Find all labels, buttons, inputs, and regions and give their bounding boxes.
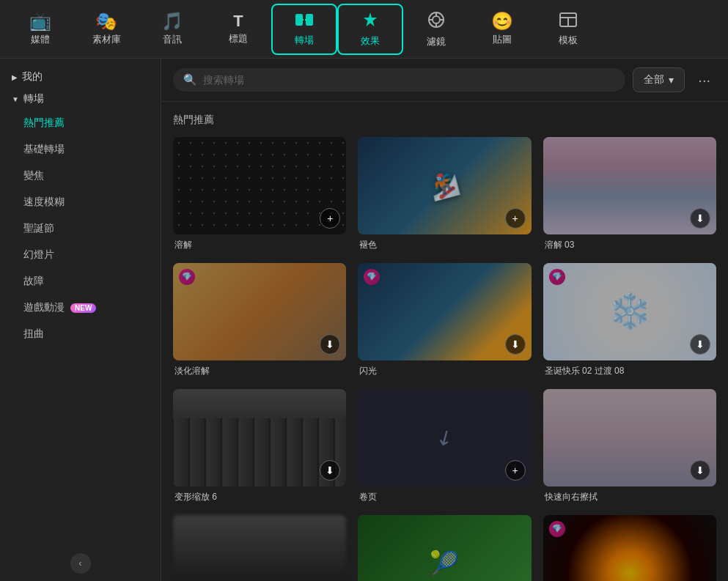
- sidebar-item-christmas[interactable]: 聖誕節: [0, 215, 161, 242]
- sidebar-item-zoom-label: 變焦: [23, 169, 44, 181]
- sidebar-item-game-label: 遊戲動漫: [23, 301, 65, 314]
- list-item[interactable]: ⬇ 变形缩放 6: [173, 389, 346, 503]
- nav-transition[interactable]: 轉場: [271, 4, 337, 55]
- thumb-overlay: ⬇: [173, 263, 346, 360]
- svg-rect-0: [295, 14, 303, 26]
- thumbnail-flash[interactable]: 💎 ⬇: [358, 263, 531, 360]
- sidebar: ▶ 我的 ▼ 轉場 熱門推薦 基礎轉場 變焦 速度模糊 聖誕節 幻燈片 故障: [0, 59, 161, 581]
- list-item[interactable]: ⬇: [173, 515, 346, 581]
- thumb-overlay: ⬇: [358, 515, 531, 581]
- thumbnail-tennis[interactable]: 🎾 ⬇: [358, 515, 531, 581]
- thumbnail-xmas[interactable]: 💎 ❄️ ⬇: [543, 263, 716, 360]
- nav-media-label: 媒體: [31, 33, 50, 46]
- list-item[interactable]: + 溶解: [173, 137, 346, 251]
- thumb-overlay: ⬇: [543, 263, 716, 360]
- list-item[interactable]: ↙ + 卷页: [358, 389, 531, 503]
- nav-audio[interactable]: 🎵 音訊: [139, 4, 205, 55]
- grid-area: 熱門推薦 + 溶解 🏂 +: [161, 102, 728, 581]
- search-icon: 🔍: [183, 73, 197, 86]
- download-button[interactable]: ⬇: [320, 334, 340, 355]
- search-input[interactable]: [203, 74, 615, 86]
- nav-title[interactable]: T 標題: [205, 4, 271, 55]
- sidebar-transition-arrow: ▼: [12, 95, 19, 103]
- thumbnail-blur-city[interactable]: ⬇: [173, 515, 346, 581]
- sidebar-item-glitch[interactable]: 故障: [0, 268, 161, 295]
- thumb-overlay: ⬇: [173, 389, 346, 486]
- sidebar-item-basic[interactable]: 基礎轉場: [0, 136, 161, 163]
- collapse-arrow-icon: ‹: [79, 558, 82, 569]
- sidebar-transition-row[interactable]: ▼ 轉場: [0, 88, 161, 110]
- sidebar-my-label: 我的: [22, 70, 43, 84]
- sidebar-my-arrow: ▶: [12, 73, 18, 81]
- effect-icon: [361, 11, 379, 32]
- item-label: 溶解 03: [543, 239, 716, 251]
- filter-icon: [427, 10, 446, 32]
- nav-stock[interactable]: 🎭 素材庫: [73, 4, 139, 55]
- content-area: 🔍 全部 ▾ ··· 熱門推薦 +: [161, 59, 728, 581]
- list-item[interactable]: 💎 ❄️ ⬇ 圣诞快乐 02 过渡 08: [543, 263, 716, 377]
- nav-stock-label: 素材庫: [92, 33, 121, 46]
- more-button[interactable]: ···: [692, 69, 716, 92]
- sidebar-item-game[interactable]: 遊戲動漫 NEW: [0, 295, 161, 321]
- stock-icon: 🎭: [95, 12, 117, 30]
- thumbnail-dissolve03[interactable]: ⬇: [543, 137, 716, 234]
- download-button[interactable]: ⬇: [320, 460, 340, 481]
- item-label: 褪色: [358, 239, 531, 251]
- more-icon: ···: [698, 72, 710, 88]
- download-button[interactable]: ⬇: [690, 208, 710, 229]
- nav-template[interactable]: 模板: [535, 4, 601, 55]
- filter-label: 全部: [644, 73, 664, 86]
- thumbnail-page[interactable]: ↙ +: [358, 389, 531, 486]
- nav-sticker[interactable]: 😊 貼圖: [469, 4, 535, 55]
- template-icon: [559, 12, 578, 31]
- sidebar-my-row[interactable]: ▶ 我的: [0, 66, 161, 88]
- sidebar-transition-label: 轉場: [23, 92, 44, 106]
- sidebar-item-distort[interactable]: 扭曲: [0, 321, 161, 347]
- download-button[interactable]: ⬇: [690, 334, 710, 355]
- thumb-overlay: +: [358, 137, 531, 234]
- list-item[interactable]: 🎾 ⬇: [358, 515, 531, 581]
- sidebar-item-popular-label: 熱門推薦: [23, 116, 65, 128]
- main-layout: ▶ 我的 ▼ 轉場 熱門推薦 基礎轉場 變焦 速度模糊 聖誕節 幻燈片 故障: [0, 59, 728, 581]
- add-button[interactable]: +: [505, 460, 526, 481]
- list-item[interactable]: 💎 ⬇ 闪光: [358, 263, 531, 377]
- sidebar-item-blur-label: 速度模糊: [23, 196, 65, 207]
- search-bar: 🔍 全部 ▾ ···: [161, 59, 728, 102]
- sidebar-item-slideshow-label: 幻燈片: [23, 248, 54, 260]
- nav-media[interactable]: 📺 媒體: [7, 4, 73, 55]
- thumbnail-zoom[interactable]: ⬇: [173, 389, 346, 486]
- sidebar-item-basic-label: 基礎轉場: [23, 143, 65, 155]
- title-icon: T: [233, 13, 243, 29]
- nav-filter[interactable]: 濾鏡: [403, 4, 469, 55]
- nav-filter-label: 濾鏡: [427, 35, 446, 48]
- thumbnail-sparkle[interactable]: 💎 ⬇: [543, 515, 716, 581]
- list-item[interactable]: 💎 ⬇: [543, 515, 716, 581]
- add-button[interactable]: +: [505, 208, 526, 229]
- filter-dropdown[interactable]: 全部 ▾: [633, 67, 685, 92]
- thumbnail-dissolve[interactable]: +: [173, 137, 346, 234]
- item-label: 闪光: [358, 365, 531, 377]
- thumbnail-fade[interactable]: 💎 ⬇: [173, 263, 346, 360]
- sticker-icon: 😊: [491, 12, 513, 30]
- sidebar-collapse-button[interactable]: ‹: [70, 553, 91, 574]
- thumb-overlay: ⬇: [543, 515, 716, 581]
- list-item[interactable]: 🏂 + 褪色: [358, 137, 531, 251]
- nav-title-label: 標題: [229, 32, 248, 45]
- list-item[interactable]: ⬇ 快速向右擦拭: [543, 389, 716, 503]
- chevron-down-icon: ▾: [669, 74, 674, 86]
- nav-effect[interactable]: 效果: [337, 4, 403, 55]
- sidebar-item-christmas-label: 聖誕節: [23, 222, 54, 234]
- download-button[interactable]: ⬇: [690, 460, 710, 481]
- sidebar-item-slideshow[interactable]: 幻燈片: [0, 242, 161, 268]
- transitions-grid: + 溶解 🏂 + 褪色: [173, 137, 716, 581]
- sidebar-item-blur[interactable]: 速度模糊: [0, 189, 161, 215]
- thumbnail-iris[interactable]: 🏂 +: [358, 137, 531, 234]
- list-item[interactable]: ⬇ 溶解 03: [543, 137, 716, 251]
- download-button[interactable]: ⬇: [505, 334, 526, 355]
- sidebar-item-popular[interactable]: 熱門推薦: [0, 110, 161, 136]
- thumbnail-swipe[interactable]: ⬇: [543, 389, 716, 486]
- sidebar-item-zoom[interactable]: 變焦: [0, 163, 161, 189]
- list-item[interactable]: 💎 ⬇ 淡化溶解: [173, 263, 346, 377]
- add-button[interactable]: +: [320, 208, 340, 229]
- section-title: 熱門推薦: [173, 114, 716, 127]
